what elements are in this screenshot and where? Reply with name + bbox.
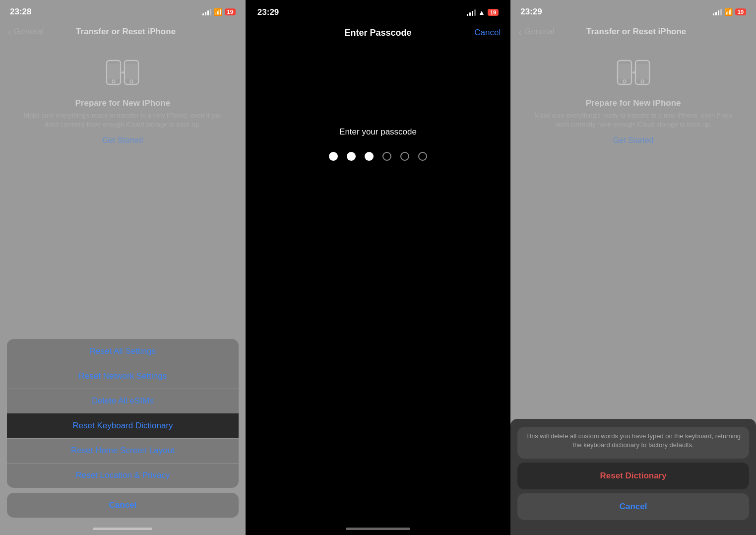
center-home-indicator [246, 528, 510, 535]
left-cancel-button[interactable]: Cancel [7, 493, 239, 518]
svg-rect-9 [636, 64, 648, 79]
left-get-started-button[interactable]: Get Started [102, 136, 143, 145]
signal-icon [202, 8, 211, 15]
center-wifi-icon: ▲ [478, 8, 485, 16]
left-device-icon [103, 54, 142, 93]
left-device-area: Prepare for New iPhone Make sure everyth… [0, 44, 246, 150]
center-status-bar: 23:29 ▲ 19 [246, 0, 510, 22]
left-device-desc: Make sure everything's ready to transfer… [10, 111, 236, 129]
right-signal-icon [713, 8, 722, 15]
dot-2 [347, 152, 356, 161]
right-modal: This will delete all custom words you ha… [510, 419, 756, 535]
center-nav-title: Enter Passcode [344, 28, 411, 38]
svg-rect-7 [619, 64, 630, 79]
left-cancel-wrapper: Cancel [7, 493, 239, 518]
right-nav-title: Transfer or Reset iPhone [524, 27, 748, 37]
center-status-icons: ▲ 19 [467, 8, 499, 16]
left-nav-bar: ‹ General Transfer or Reset iPhone [0, 22, 246, 44]
right-device-title: Prepare for New iPhone [586, 98, 681, 108]
passcode-prompt: Enter your passcode [339, 127, 417, 137]
left-home-bar [93, 528, 152, 530]
dot-6 [418, 152, 427, 161]
svg-point-10 [623, 80, 626, 83]
left-device-title: Prepare for New iPhone [75, 98, 171, 108]
chevron-left-icon: ‹ [8, 26, 11, 38]
reset-keyboard-dictionary-item[interactable]: Reset Keyboard Dictionary [7, 413, 239, 438]
wifi-icon: 📶 [214, 8, 222, 16]
passcode-dots [329, 152, 427, 161]
reset-all-settings-item[interactable]: Reset All Settings [7, 339, 239, 364]
center-time: 23:29 [257, 7, 279, 17]
svg-point-11 [641, 80, 644, 83]
right-modal-cancel-button[interactable]: Cancel [517, 493, 749, 520]
right-wifi-icon: 📶 [724, 8, 733, 16]
battery-badge: 19 [225, 8, 236, 15]
svg-rect-3 [126, 64, 137, 79]
right-device-desc: Make sure everything's ready to transfer… [520, 111, 746, 129]
reset-home-screen-layout-item[interactable]: Reset Home Screen Layout [7, 438, 239, 463]
right-panel: 23:29 📶 19 ‹ General Transfer or Reset i… [510, 0, 756, 535]
svg-rect-1 [108, 64, 120, 79]
reset-dict-description: This will delete all custom words you ha… [517, 427, 749, 459]
left-panel: 23:28 📶 19 ‹ General Transfer or Reset i… [0, 0, 246, 535]
center-cancel-button[interactable]: Cancel [474, 28, 501, 38]
dot-4 [382, 152, 391, 161]
passcode-area: Enter your passcode [246, 127, 510, 161]
right-get-started-button[interactable]: Get Started [613, 136, 654, 145]
dot-1 [329, 152, 338, 161]
dot-3 [365, 152, 374, 161]
center-nav: Enter Passcode Cancel [246, 22, 510, 48]
reset-network-settings-item[interactable]: Reset Network Settings [7, 364, 239, 389]
delete-all-esims-item[interactable]: Delete All eSIMs [7, 389, 239, 413]
left-status-icons: 📶 19 [202, 8, 236, 16]
left-status-bar: 23:28 📶 19 [0, 0, 246, 22]
left-home-indicator [0, 528, 246, 535]
left-reset-menu: Reset All Settings Reset Network Setting… [7, 339, 239, 488]
right-device-area: Prepare for New iPhone Make sure everyth… [510, 44, 756, 150]
center-battery-badge: 19 [488, 9, 499, 16]
right-status-bar: 23:29 📶 19 [510, 0, 756, 22]
svg-point-5 [130, 80, 133, 83]
dot-5 [400, 152, 409, 161]
right-battery-badge: 19 [735, 8, 746, 15]
right-time: 23:29 [520, 7, 542, 17]
reset-location-privacy-item[interactable]: Reset Location & Privacy [7, 463, 239, 488]
right-status-icons: 📶 19 [713, 8, 746, 16]
right-nav-bar: ‹ General Transfer or Reset iPhone [510, 22, 756, 44]
center-panel: 23:29 ▲ 19 Enter Passcode Cancel Enter y… [246, 0, 510, 535]
right-chevron-left-icon: ‹ [518, 26, 522, 38]
left-time: 23:28 [10, 7, 31, 17]
right-device-icon [614, 54, 653, 93]
center-home-bar [346, 528, 410, 530]
reset-dictionary-button[interactable]: Reset Dictionary [517, 463, 749, 489]
svg-point-4 [112, 80, 115, 83]
left-nav-title: Transfer or Reset iPhone [14, 27, 238, 37]
center-signal-icon [467, 9, 476, 16]
